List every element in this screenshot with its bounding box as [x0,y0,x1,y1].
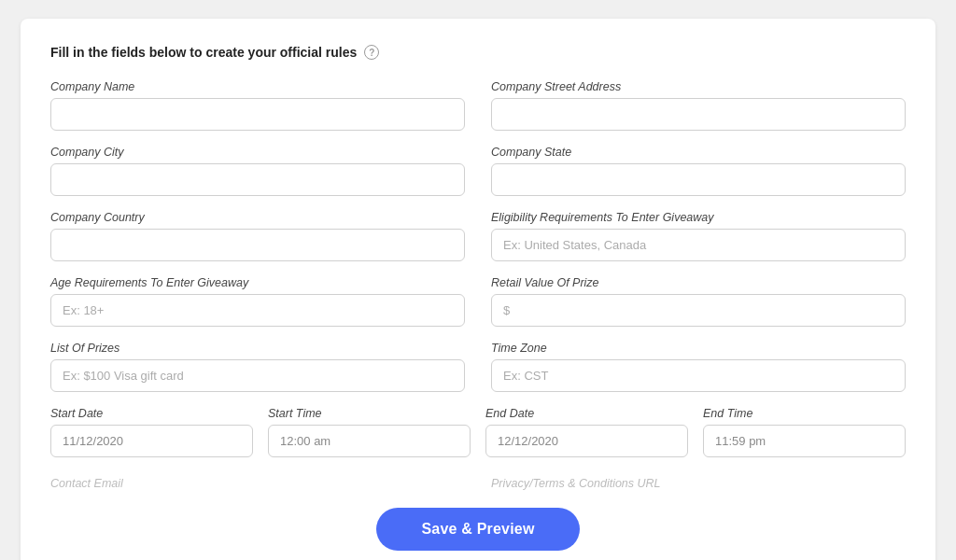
form-grid: Company Name Company Street Address Comp… [50,80,906,392]
company-name-input[interactable] [50,98,465,131]
time-zone-input[interactable] [491,359,906,392]
end-time-label: End Time [703,407,906,420]
eligibility-group: Eligibility Requirements To Enter Giveaw… [491,211,906,261]
company-country-group: Company Country [50,211,465,261]
contact-email-label: Contact Email [50,473,123,490]
age-requirements-group: Age Requirements To Enter Giveaway [50,276,465,327]
bottom-row: Contact Email Privacy/Terms & Conditions… [50,474,906,491]
company-city-label: Company City [50,146,465,159]
start-date-group: Start Date [50,407,253,457]
company-country-input[interactable] [50,229,465,261]
date-time-row: Start Date Start Time End Date End Time [50,407,906,457]
start-time-input[interactable] [268,425,471,457]
eligibility-label: Eligibility Requirements To Enter Giveaw… [491,211,906,224]
form-header: Fill in the fields below to create your … [50,45,906,60]
end-time-input[interactable] [703,425,906,457]
company-state-group: Company State [491,146,906,196]
company-name-group: Company Name [50,80,465,131]
company-state-input[interactable] [491,163,906,196]
list-of-prizes-group: List Of Prizes [50,342,465,392]
list-of-prizes-input[interactable] [50,359,465,392]
form-title: Fill in the fields below to create your … [50,45,357,60]
time-zone-label: Time Zone [491,342,906,355]
start-date-label: Start Date [50,407,253,420]
company-city-input[interactable] [50,163,465,196]
contact-email-group: Contact Email [50,474,465,491]
age-requirements-input[interactable] [50,294,465,327]
eligibility-input[interactable] [491,229,906,261]
start-date-input[interactable] [50,425,253,457]
company-street-group: Company Street Address [491,80,906,131]
retail-value-input[interactable] [491,294,906,327]
company-street-input[interactable] [491,98,906,131]
company-name-label: Company Name [50,80,465,93]
end-time-group: End Time [703,407,906,457]
retail-value-label: Retail Value Of Prize [491,276,906,289]
privacy-url-label: Privacy/Terms & Conditions URL [491,473,661,490]
form-container: Fill in the fields below to create your … [21,19,935,560]
company-country-label: Company Country [50,211,465,224]
help-icon[interactable]: ? [364,45,379,60]
age-requirements-label: Age Requirements To Enter Giveaway [50,276,465,289]
start-time-group: Start Time [268,407,471,457]
end-date-label: End Date [485,407,688,420]
company-city-group: Company City [50,146,465,196]
company-state-label: Company State [491,146,906,159]
end-date-input[interactable] [485,425,688,457]
company-street-label: Company Street Address [491,80,906,93]
save-button-wrapper: Save & Preview [50,508,906,551]
save-preview-button[interactable]: Save & Preview [376,508,579,551]
time-zone-group: Time Zone [491,342,906,392]
retail-value-group: Retail Value Of Prize [491,276,906,327]
list-of-prizes-label: List Of Prizes [50,342,465,355]
privacy-url-group: Privacy/Terms & Conditions URL [491,474,906,491]
end-date-group: End Date [485,407,688,457]
start-time-label: Start Time [268,407,471,420]
